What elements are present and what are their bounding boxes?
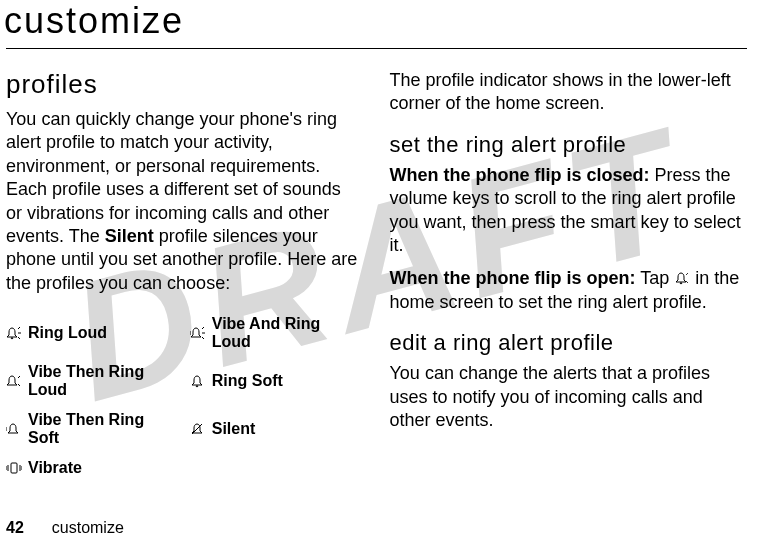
profiles-heading: profiles [6, 69, 362, 100]
vibrate-icon [6, 461, 22, 475]
profile-label: Silent [212, 420, 256, 438]
page-number: 42 [6, 519, 24, 537]
profile-silent: Silent [190, 411, 362, 447]
flip-open-bold: When the phone flip is open: [390, 268, 636, 288]
vibe-then-ring-soft-icon [6, 422, 22, 436]
flip-open-mid: Tap [635, 268, 674, 288]
page-content: customize profiles You can quickly chang… [0, 0, 757, 477]
profile-label: Vibrate [28, 459, 82, 477]
vibe-then-ring-loud-icon [6, 374, 22, 388]
profile-ring-soft: Ring Soft [190, 363, 362, 399]
svg-rect-1 [11, 463, 17, 473]
vibe-ring-loud-icon [190, 326, 206, 340]
bell-loud-icon [6, 326, 22, 340]
profiles-body: You can quickly change your phone's ring… [6, 108, 362, 295]
profile-label: Vibe Then Ring Loud [28, 363, 178, 399]
bell-tap-icon [674, 268, 690, 282]
profile-vibrate: Vibrate [6, 459, 178, 477]
profile-ring-loud: Ring Loud [6, 315, 178, 351]
two-column-layout: profiles You can quickly change your pho… [0, 69, 757, 477]
bell-silent-icon [190, 422, 206, 436]
profile-label: Ring Soft [212, 372, 283, 390]
page-footer: 42 customize [6, 519, 124, 537]
profile-label: Ring Loud [28, 324, 107, 342]
flip-closed-bold: When the phone flip is closed: [390, 165, 650, 185]
profiles-body-bold: Silent [105, 226, 154, 246]
bell-soft-icon [190, 374, 206, 388]
edit-profile-heading: edit a ring alert profile [390, 330, 746, 356]
set-profile-heading: set the ring alert profile [390, 132, 746, 158]
profile-vibe-then-ring-soft: Vibe Then Ring Soft [6, 411, 178, 447]
flip-closed-paragraph: When the phone flip is closed: Press the… [390, 164, 746, 258]
title-rule [6, 48, 747, 49]
left-column: profiles You can quickly change your pho… [6, 69, 362, 477]
profile-vibe-then-ring-loud: Vibe Then Ring Loud [6, 363, 178, 399]
flip-open-paragraph: When the phone flip is open: Tap in the … [390, 267, 746, 314]
footer-label: customize [52, 519, 124, 537]
profile-vibe-and-ring-loud: Vibe And Ring Loud [190, 315, 362, 351]
edit-profile-body: You can change the alerts that a profile… [390, 362, 746, 432]
profile-label: Vibe Then Ring Soft [28, 411, 178, 447]
indicator-intro: The profile indicator shows in the lower… [390, 69, 746, 116]
right-column: The profile indicator shows in the lower… [390, 69, 746, 477]
profile-label: Vibe And Ring Loud [212, 315, 362, 351]
page-title: customize [0, 0, 757, 48]
profiles-list: Ring Loud Vibe And Ring Loud Vibe Then R… [6, 315, 362, 477]
